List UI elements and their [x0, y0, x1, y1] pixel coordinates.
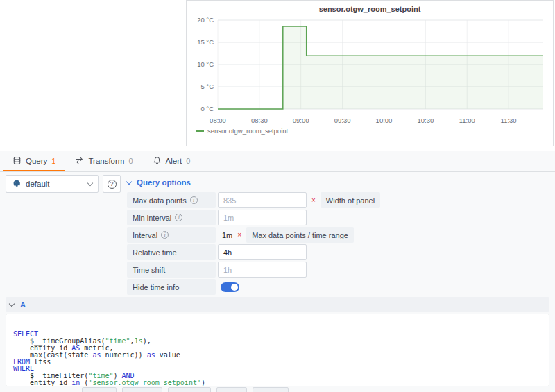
multiply-symbol: ×	[311, 196, 316, 204]
transform-icon	[75, 156, 84, 165]
multiply-symbol: ×	[237, 231, 241, 239]
tab-alert[interactable]: Alert 0	[143, 151, 200, 171]
query-options-title: Query options	[137, 178, 191, 187]
max-data-points-label: Max data points i	[127, 192, 216, 208]
query-row-header[interactable]: A	[6, 297, 549, 312]
bell-icon	[153, 156, 162, 165]
time-shift-label: Time shift	[127, 262, 216, 278]
svg-text:09:30: 09:30	[334, 117, 351, 124]
legend-item[interactable]: sensor.otgw_room_setpoint	[196, 127, 553, 135]
min-interval-label: Min interval i	[127, 210, 216, 225]
toggle-knob	[231, 284, 238, 291]
chevron-down-icon	[126, 178, 132, 184]
editor-toolbar-button[interactable]	[216, 387, 247, 392]
min-interval-input[interactable]	[218, 210, 307, 225]
svg-text:08:00: 08:00	[210, 117, 226, 124]
svg-text:15 °C: 15 °C	[197, 38, 214, 46]
svg-text:11:00: 11:00	[459, 117, 475, 124]
chevron-down-icon	[87, 180, 93, 185]
field-label: Max data points	[133, 196, 187, 205]
tab-alert-count: 0	[186, 157, 190, 165]
help-button[interactable]: ?	[103, 175, 121, 193]
editor-toolbar-button[interactable]	[122, 387, 162, 392]
max-data-points-input[interactable]	[218, 192, 307, 208]
svg-text:20 °C: 20 °C	[197, 16, 214, 24]
chart: 08:0008:3009:0009:3010:0010:3011:0011:30…	[190, 13, 549, 130]
svg-text:10:30: 10:30	[418, 117, 434, 124]
row-time-shift: Time shift	[127, 262, 380, 278]
sql-editor-toolbar	[82, 387, 289, 392]
editor-toolbar-button[interactable]	[82, 387, 117, 392]
interval-value: 1m	[222, 231, 232, 239]
tab-query[interactable]: Query 1	[3, 151, 65, 171]
panel-title: sensor.otgw_room_setpoint	[187, 1, 553, 13]
svg-text:09:00: 09:00	[293, 117, 309, 124]
svg-text:11:30: 11:30	[501, 117, 517, 124]
tab-query-count: 1	[51, 157, 56, 165]
chevron-down-icon	[9, 300, 15, 306]
query-options-form: Max data points i × Width of panel Min i…	[127, 192, 380, 295]
svg-text:08:30: 08:30	[251, 117, 268, 124]
info-icon: i	[161, 231, 169, 239]
tab-transform-label: Transform	[88, 157, 124, 165]
row-relative-time: Relative time	[127, 244, 380, 260]
editor-toolbar-button[interactable]	[253, 387, 289, 392]
svg-text:5 °C: 5 °C	[200, 83, 214, 90]
query-options-toggle[interactable]: Query options	[127, 178, 191, 187]
tab-transform-count: 0	[128, 157, 133, 165]
datasource-picker[interactable]: default	[6, 175, 99, 193]
timeseries-panel: sensor.otgw_room_setpoint 08:0008:3009:0…	[186, 0, 554, 146]
time-shift-input[interactable]	[218, 262, 307, 278]
field-label: Time shift	[133, 266, 165, 274]
postgres-icon	[12, 179, 22, 189]
hide-time-info-toggle[interactable]	[221, 282, 239, 292]
hide-time-info-label: Hide time info	[127, 279, 216, 295]
tab-bar: Query 1 Transform 0 Alert 0	[0, 151, 555, 172]
datasource-name: default	[26, 180, 50, 188]
field-label: Interval	[133, 231, 157, 239]
relative-time-input[interactable]	[218, 244, 307, 260]
relative-time-label: Relative time	[127, 244, 216, 260]
interval-note: Max data points / time range	[246, 227, 354, 243]
row-min-interval: Min interval i	[127, 210, 380, 225]
svg-text:0 °C: 0 °C	[200, 105, 214, 112]
row-hide-time-info: Hide time info	[127, 279, 380, 295]
svg-text:10:00: 10:00	[376, 117, 393, 124]
database-icon	[12, 156, 22, 165]
legend-series-color	[196, 130, 204, 132]
query-ref-id: A	[20, 300, 26, 309]
field-label: Relative time	[133, 248, 177, 257]
row-interval: Interval i 1m × Max data points / time r…	[127, 227, 380, 243]
row-max-data-points: Max data points i × Width of panel	[127, 192, 380, 208]
legend-series-label: sensor.otgw_room_setpoint	[207, 127, 288, 135]
tab-transform[interactable]: Transform 0	[65, 151, 142, 171]
info-icon: i	[175, 214, 182, 221]
editor-toolbar-button[interactable]	[168, 387, 211, 392]
tab-alert-label: Alert	[166, 157, 182, 165]
sql-editor[interactable]: SELECT $__timeGroupAlias("time",1s), ent…	[6, 314, 549, 386]
question-circle-icon: ?	[108, 180, 117, 189]
field-label: Hide time info	[133, 283, 179, 291]
sql-code: SELECT $__timeGroupAlias("time",1s), ent…	[13, 331, 549, 386]
svg-text:10 °C: 10 °C	[197, 60, 214, 68]
max-data-points-note: Width of panel	[321, 192, 380, 208]
tab-query-label: Query	[26, 157, 47, 165]
field-label: Min interval	[133, 214, 171, 222]
interval-label: Interval i	[127, 227, 216, 243]
info-icon: i	[190, 196, 198, 204]
